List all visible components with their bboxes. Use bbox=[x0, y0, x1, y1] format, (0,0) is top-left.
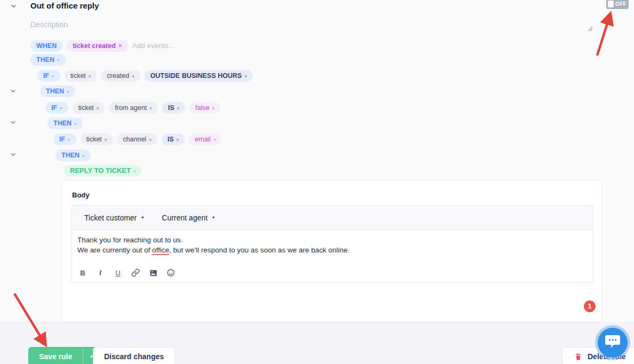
branch-collapse-chevron-icon[interactable] bbox=[10, 151, 17, 158]
italic-button[interactable]: I bbox=[95, 267, 106, 278]
misspelled-word: office bbox=[152, 246, 169, 254]
caret-down-icon: ▾ bbox=[89, 73, 91, 78]
body-line-1: Thank you for reaching out to us. bbox=[77, 235, 588, 245]
when-chip[interactable]: WHEN bbox=[30, 40, 62, 52]
variable-toolbar: Ticket customer ▾ Current agent ▾ bbox=[72, 205, 593, 230]
condition-value-chip[interactable]: OUTSIDE BUSINESS HOURS ▾ bbox=[145, 70, 253, 82]
then-chip[interactable]: THEN ▾ bbox=[40, 85, 75, 97]
caret-down-icon: ▾ bbox=[213, 137, 216, 142]
condition-attribute-chip[interactable]: created ▾ bbox=[101, 70, 140, 82]
body-field-label: Body bbox=[72, 191, 90, 199]
rule-title: Out of office reply bbox=[30, 1, 99, 10]
annotation-arrow-toggle bbox=[597, 15, 610, 56]
caret-down-icon: ▾ bbox=[244, 73, 247, 78]
body-line-2: We are currently out of office, but we'l… bbox=[77, 245, 588, 255]
variable-dropdown-current-agent[interactable]: Current agent ▾ bbox=[162, 213, 215, 222]
if-chip[interactable]: IF ▾ bbox=[37, 70, 60, 82]
caret-down-icon: ▾ bbox=[60, 105, 62, 110]
condition-value-chip[interactable]: email ▾ bbox=[189, 133, 221, 145]
emoji-button[interactable] bbox=[165, 267, 176, 278]
toggle-knob bbox=[608, 1, 614, 7]
condition-value-chip[interactable]: false ▾ bbox=[189, 102, 220, 114]
remove-event-icon[interactable]: × bbox=[118, 42, 122, 50]
textarea-resize-handle-icon[interactable] bbox=[586, 25, 593, 34]
caret-down-icon: ▾ bbox=[82, 153, 85, 158]
bold-button[interactable]: B bbox=[77, 267, 88, 278]
variable-dropdown-ticket-customer[interactable]: Ticket customer ▾ bbox=[84, 213, 144, 222]
if-chip[interactable]: IF ▾ bbox=[45, 102, 68, 114]
link-button[interactable] bbox=[130, 267, 141, 278]
action-reply-to-ticket-chip[interactable]: REPLY TO TICKET ▾ bbox=[64, 165, 141, 177]
caret-down-icon: ▾ bbox=[52, 73, 54, 78]
then-chip[interactable]: THEN ▾ bbox=[47, 117, 83, 129]
condition-attribute-chip[interactable]: channel ▾ bbox=[117, 133, 157, 145]
toggle-state-label: OFF bbox=[615, 1, 627, 7]
add-events-input[interactable] bbox=[132, 42, 239, 50]
reply-body-card: Body Ticket customer ▾ Current agent ▾ T… bbox=[61, 180, 602, 322]
caret-down-icon: ▾ bbox=[149, 105, 152, 110]
condition-subject-chip[interactable]: ticket ▾ bbox=[73, 102, 105, 114]
caret-down-icon: ▾ bbox=[90, 354, 93, 359]
caret-down-icon: ▾ bbox=[141, 215, 144, 220]
reply-body-text[interactable]: Thank you for reaching out to us. We are… bbox=[72, 230, 593, 255]
chat-widget-button[interactable] bbox=[598, 328, 628, 358]
rule-collapse-chevron-icon[interactable] bbox=[10, 2, 17, 10]
formatting-toolbar: B I U bbox=[77, 267, 176, 278]
caret-down-icon: ▾ bbox=[105, 137, 107, 142]
caret-down-icon: ▾ bbox=[149, 137, 152, 142]
caret-down-icon: ▾ bbox=[97, 105, 99, 110]
condition-operator-chip[interactable]: IS ▾ bbox=[162, 102, 185, 114]
condition-attribute-chip[interactable]: from agent ▾ bbox=[109, 102, 157, 114]
event-tag-chip[interactable]: ticket created × bbox=[67, 40, 128, 52]
caret-down-icon: ▾ bbox=[177, 137, 179, 142]
if-chip[interactable]: IF ▾ bbox=[53, 133, 76, 145]
then-chip[interactable]: THEN ▾ bbox=[56, 149, 91, 161]
error-count-badge[interactable]: 1 bbox=[584, 300, 596, 312]
caret-down-icon: ▾ bbox=[132, 73, 134, 78]
condition-subject-chip[interactable]: ticket ▾ bbox=[65, 70, 97, 82]
description-input[interactable] bbox=[26, 17, 595, 33]
condition-subject-chip[interactable]: ticket ▾ bbox=[81, 133, 113, 145]
caret-down-icon: ▾ bbox=[177, 105, 179, 110]
caret-down-icon: ▾ bbox=[57, 57, 60, 62]
save-rule-label[interactable]: Save rule bbox=[28, 347, 83, 364]
caret-down-icon: ▾ bbox=[67, 89, 69, 94]
caret-down-icon: ▾ bbox=[133, 168, 136, 173]
save-rule-button[interactable]: Save rule ▾ bbox=[28, 347, 99, 364]
caret-down-icon: ▾ bbox=[212, 215, 215, 220]
then-chip[interactable]: THEN ▾ bbox=[30, 54, 66, 66]
chat-bubble-icon bbox=[605, 334, 621, 351]
caret-down-icon: ▾ bbox=[212, 105, 215, 110]
image-button[interactable] bbox=[148, 267, 158, 278]
trash-icon bbox=[574, 352, 582, 361]
discard-changes-button[interactable]: Discard changes bbox=[93, 347, 175, 364]
reply-body-editor[interactable]: Ticket customer ▾ Current agent ▾ Thank … bbox=[72, 205, 593, 283]
branch-collapse-chevron-icon[interactable] bbox=[10, 87, 17, 94]
caret-down-icon: ▾ bbox=[74, 121, 77, 126]
branch-collapse-chevron-icon[interactable] bbox=[10, 118, 17, 126]
condition-operator-chip[interactable]: IS ▾ bbox=[162, 133, 185, 145]
rule-enabled-toggle[interactable]: OFF bbox=[606, 0, 629, 9]
caret-down-icon: ▾ bbox=[68, 137, 70, 142]
underline-button[interactable]: U bbox=[113, 267, 123, 278]
